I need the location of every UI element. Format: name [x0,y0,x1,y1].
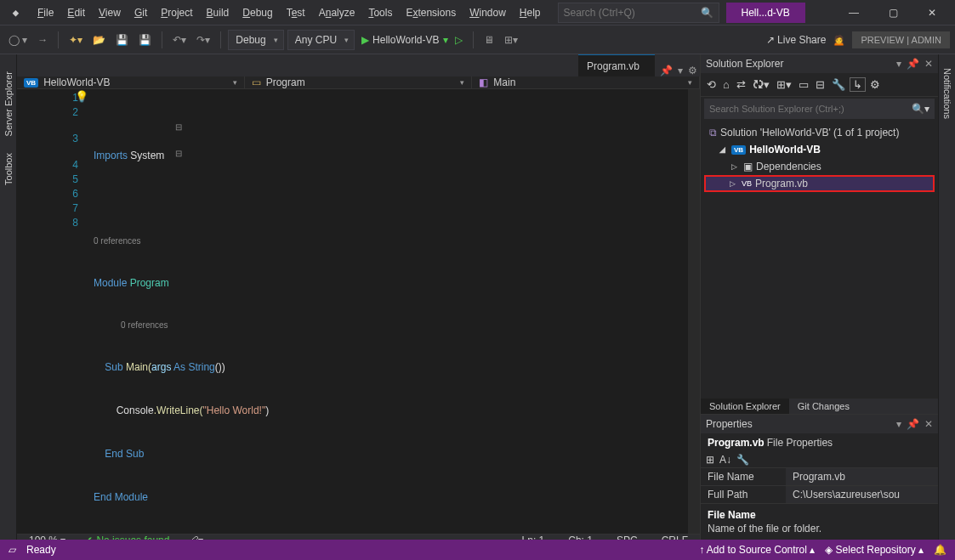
menu-project[interactable]: Project [154,3,199,22]
menu-analyze[interactable]: Analyze [312,3,362,22]
fold-icon[interactable]: ⊟ [175,146,182,161]
pin-icon[interactable]: 📌 [907,418,919,430]
solution-node[interactable]: ⧉ Solution 'HelloWorld-VB' (1 of 1 proje… [701,124,938,141]
save-button[interactable]: 💾 [112,32,132,48]
minimize-button[interactable]: — [834,0,873,25]
layout-button[interactable]: ⊞▾ [501,32,521,48]
scrollbar[interactable] [688,89,700,534]
se-showall-icon[interactable]: ▭ [796,76,811,93]
start-debug-button[interactable]: ▶ HelloWorld-VB ▾ [361,34,447,46]
fold-icon[interactable]: ⊟ [175,120,182,134]
vb-badge-icon: VB [24,78,38,88]
codelens[interactable]: 0 references [94,235,688,247]
se-properties-icon[interactable]: 🔧 [829,76,848,93]
tab-solution-explorer[interactable]: Solution Explorer [701,399,789,414]
categorized-icon[interactable]: ⊞ [706,454,714,466]
menu-edit[interactable]: Edit [60,3,92,22]
preview-admin-badge[interactable]: PREVIEW | ADMIN [852,31,950,48]
vs-logo-icon: ◆ [7,4,24,21]
code-token: End Module [94,491,148,503]
pin-icon[interactable]: 📌 [907,58,919,70]
menu-view[interactable]: View [92,3,128,22]
select-repository[interactable]: ◈ Select Repository ▴ [825,544,924,556]
dependencies-icon: ▣ [743,161,753,173]
undo-button[interactable]: ↶▾ [169,32,190,48]
run-target-label: HelloWorld-VB [372,34,439,46]
expand-icon[interactable]: ▷ [730,179,738,188]
code-token: String [188,361,214,373]
se-search-input[interactable] [709,104,912,114]
platform-combo[interactable]: Any CPU [287,30,355,50]
props-object-type: File Properties [767,437,833,449]
menu-test[interactable]: Test [280,3,312,22]
window-menu-icon[interactable]: ▾ [896,58,901,70]
redo-button[interactable]: ↷▾ [193,32,213,48]
nav-project-label: HelloWorld-VB [43,76,110,88]
pin-icon[interactable]: 📌 [660,65,673,76]
menu-file[interactable]: File [31,3,60,22]
forward-button[interactable]: → [34,32,51,48]
add-source-control[interactable]: ↑ Add to Source Control ▴ [699,544,815,556]
nav-project-combo[interactable]: VBHelloWorld-VB [17,76,245,88]
config-combo[interactable]: Debug [228,30,283,50]
prop-value[interactable]: C:\Users\azureuser\sou [786,486,938,503]
vb-badge-icon: VB [731,145,746,155]
menu-help[interactable]: Help [513,3,548,22]
feedback-icon[interactable]: 🙍 [833,34,845,46]
dependencies-label: Dependencies [756,161,821,173]
search-input[interactable] [564,7,701,19]
se-search-box[interactable]: 🔍▾ [704,99,935,119]
tab-git-changes[interactable]: Git Changes [789,399,858,414]
se-refresh-icon[interactable]: 🗘▾ [750,76,772,93]
back-button[interactable]: ◯ ▾ [5,32,31,48]
search-box[interactable]: 🔍 [558,3,719,23]
maximize-button[interactable]: ▢ [873,0,912,25]
gear-icon[interactable]: ⚙ [688,65,697,76]
se-filter-icon[interactable]: ⊞▾ [774,76,794,93]
dropdown-icon[interactable]: ▾ [678,65,683,76]
toolbox-tab[interactable]: Toolbox [2,144,15,194]
menu-git[interactable]: Git [128,3,154,22]
props-pages-icon[interactable]: 🔧 [736,454,749,466]
se-collapse-icon[interactable]: ⊟ [813,76,827,93]
live-share-button[interactable]: ↗ Live Share [766,34,827,46]
new-item-button[interactable]: ✦▾ [65,32,86,48]
menu-tools[interactable]: Tools [361,3,399,22]
se-sync-icon[interactable]: ⇄ [734,76,748,93]
open-button[interactable]: 📂 [89,32,109,48]
menu-extensions[interactable]: Extensions [399,3,463,22]
se-back-icon[interactable]: ⟲ [704,76,719,93]
nav-method-combo[interactable]: ◧Main [472,76,700,88]
solution-explorer-title: Solution Explorer [706,58,783,70]
browser-button[interactable]: 🖥 [480,32,497,48]
alphabetical-icon[interactable]: A↓ [719,454,731,466]
se-home-icon[interactable]: ⌂ [720,76,732,93]
nav-module-combo[interactable]: ▭Program [245,76,473,88]
se-settings-icon[interactable]: ⚙ [867,76,883,93]
save-all-button[interactable]: 💾 [135,32,155,48]
code-editor[interactable]: 💡 1 2 3 4 5 6 7 8 ⊟ ⊟ Imports System 0 r… [17,89,700,534]
notifications-tab[interactable]: Notifications [941,61,954,126]
window-menu-icon[interactable]: ▾ [896,418,901,430]
run-no-debug-button[interactable]: ▷ [452,32,466,48]
menu-window[interactable]: Window [463,3,513,22]
close-icon[interactable]: ✕ [924,418,933,430]
expand-icon[interactable]: ▷ [731,162,740,171]
dependencies-node[interactable]: ▷ ▣ Dependencies [701,158,938,175]
close-icon[interactable]: ✕ [924,58,933,70]
expand-icon[interactable]: ◢ [719,145,728,154]
notifications-bell-icon[interactable]: 🔔 [934,544,946,556]
menu-debug[interactable]: Debug [236,3,279,22]
close-button[interactable]: ✕ [912,0,952,25]
se-preview-icon[interactable]: ↳ [850,77,866,92]
code-token: System [128,150,164,161]
codelens[interactable]: 0 references [94,320,688,331]
code-token: ) [265,404,269,416]
project-node[interactable]: ◢ VB HelloWorld-VB [701,141,938,158]
lightbulb-icon[interactable]: 💡 [75,90,88,103]
menu-build[interactable]: Build [200,3,236,22]
file-node-selected[interactable]: ▷ VB Program.vb [704,175,935,192]
prop-value[interactable]: Program.vb [786,468,938,485]
server-explorer-tab[interactable]: Server Explorer [2,63,15,144]
document-tab[interactable]: Program.vb [578,54,655,76]
